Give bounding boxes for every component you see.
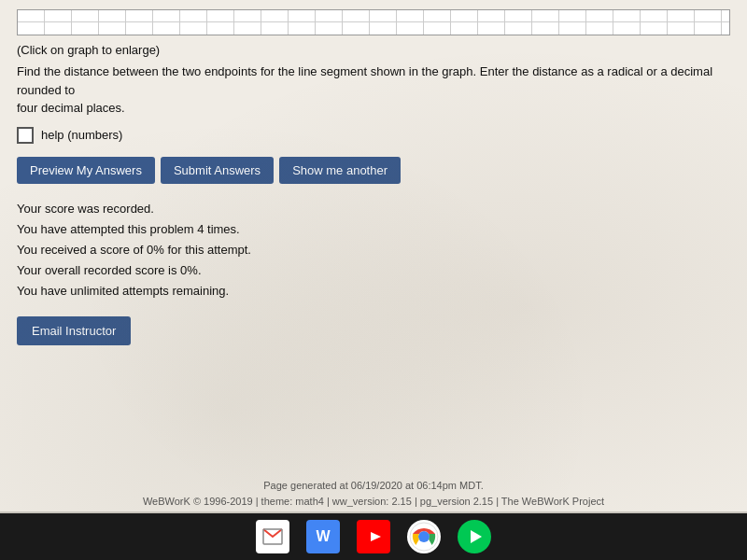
footer: Page generated at 06/19/2020 at 06:14pm … xyxy=(0,478,747,509)
click-graph-label: (Click on graph to enlarge) xyxy=(17,43,730,57)
problem-text: Find the distance between the two endpoi… xyxy=(17,63,730,118)
graph-area[interactable] xyxy=(17,9,730,35)
email-instructor-button[interactable]: Email Instructor xyxy=(17,316,131,345)
help-label: help (numbers) xyxy=(41,128,122,142)
preview-answers-button[interactable]: Preview My Answers xyxy=(17,157,155,184)
buttons-row: Preview My Answers Submit Answers Show m… xyxy=(17,157,730,184)
score-line-1: Your score was recorded. xyxy=(17,199,730,219)
main-content: (Click on graph to enlarge) Find the dis… xyxy=(0,0,747,511)
help-row: help (numbers) xyxy=(17,127,730,144)
problem-text-line2: four decimal places. xyxy=(17,101,125,115)
score-line-4: Your overall recorded score is 0%. xyxy=(17,260,730,281)
taskbar-gmail-icon[interactable] xyxy=(256,520,289,553)
show-another-button[interactable]: Show me another xyxy=(279,157,401,184)
score-line-5: You have unlimited attempts remaining. xyxy=(17,281,730,301)
help-checkbox[interactable] xyxy=(17,127,34,144)
taskbar-youtube-icon[interactable] xyxy=(357,520,390,553)
svg-point-4 xyxy=(418,531,430,542)
score-line-2: You have attempted this problem 4 times. xyxy=(17,219,730,240)
footer-line1: Page generated at 06/19/2020 at 06:14pm … xyxy=(0,478,747,494)
taskbar-chrome-icon[interactable] xyxy=(407,520,441,553)
submit-answers-button[interactable]: Submit Answers xyxy=(161,157,274,184)
footer-line2: WeBWorK © 1996-2019 | theme: math4 | ww_… xyxy=(0,494,747,510)
taskbar-docs-icon[interactable]: W xyxy=(306,520,340,553)
score-line-3: You received a score of 0% for this atte… xyxy=(17,240,730,260)
problem-text-line1: Find the distance between the two endpoi… xyxy=(17,64,712,97)
taskbar: W xyxy=(0,513,747,560)
taskbar-play-icon[interactable] xyxy=(458,520,491,553)
score-info: Your score was recorded. You have attemp… xyxy=(17,199,730,301)
